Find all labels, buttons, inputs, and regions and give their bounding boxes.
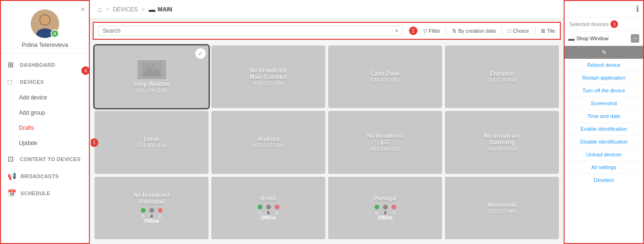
device-id-linux: 634-800-694 — [137, 143, 166, 148]
status-online-count: 0 — [142, 214, 144, 218]
main-content: ⌂ > DEVICES > ▬ MAIN ▾ 2 ▽ Filter — [90, 0, 564, 244]
filter-button[interactable]: ▽ Filter — [423, 28, 440, 34]
label-4: 4 — [81, 66, 90, 75]
toolbar: ▾ 2 ▽ Filter ⇅ By creation date □ Choice — [93, 22, 561, 40]
sidebar-collapse-button[interactable]: « — [81, 5, 85, 13]
sort-icon: ⇅ — [452, 28, 456, 34]
action-unload[interactable]: Unload devices — [565, 148, 643, 161]
action-all-settings[interactable]: All settings — [565, 161, 643, 174]
device-name-android: Android — [258, 136, 279, 143]
portugal-error-dot — [392, 205, 396, 209]
portugal-online-count: 0 — [375, 210, 378, 215]
home-icon[interactable]: ⌂ — [97, 5, 102, 14]
breadcrumb-devices[interactable]: DEVICES — [113, 6, 138, 13]
device-card-linux[interactable]: Linux 634-800-694 — [95, 111, 209, 173]
action-enable-id[interactable]: Enable identification — [565, 123, 643, 136]
action-screenshot[interactable]: Screenshot — [565, 97, 643, 110]
status-error-dot — [158, 208, 163, 213]
svg-point-6 — [155, 64, 160, 69]
device-card-main-corridor[interactable]: No broadcast Main Corridor 905-715-284 — [211, 45, 325, 108]
portugal-status-row: 0 3 0 — [374, 205, 396, 215]
main-inner: ▾ 2 ▽ Filter ⇅ By creation date □ Choice — [90, 19, 564, 244]
label-2: 2 — [409, 27, 418, 35]
sidebar-item-add-group[interactable]: Add group — [1, 105, 89, 120]
sidebar-item-drafts[interactable]: Drafts — [1, 120, 89, 136]
device-name-main-corridor: No broadcast Main Corridor — [250, 67, 287, 81]
sidebar-item-update[interactable]: Update — [1, 136, 89, 151]
choice-button[interactable]: □ Choice — [508, 28, 529, 34]
device-card-brasil[interactable]: Brasil 0 5 0 — [211, 177, 325, 239]
sidebar-item-add-device[interactable]: Add device — [1, 90, 89, 105]
action-deselect[interactable]: Deselect — [565, 174, 643, 187]
portugal-offline-count: 3 — [384, 210, 386, 215]
device-id-horisontal: 316-137-466 — [487, 208, 516, 214]
device-card-shop-window[interactable]: ✓ Shop Window 521-294-148 — [95, 45, 209, 108]
sidebar-item-devices[interactable]: □ DEVICES — [1, 73, 89, 90]
folder-icon: ▬ — [148, 6, 155, 13]
device-card-lg[interactable]: No broadcast LG 481-684-410 — [328, 111, 442, 173]
device-card-videowall[interactable]: No broadcast Videowall 0 4 0 — [95, 177, 209, 239]
device-name-horisontal: Horisontal — [488, 202, 516, 208]
brasil-online-count: 0 — [259, 210, 261, 215]
brasil-online-dot — [258, 205, 262, 209]
device-grid: ✓ Shop Window 521-294-148 No broadcast M… — [91, 42, 563, 243]
sidebar-item-schedule[interactable]: 📅 SCHEDULE — [1, 185, 89, 202]
action-disable-id[interactable]: Disable identification — [565, 136, 643, 148]
action-time-date[interactable]: Time and date — [565, 110, 643, 123]
search-input[interactable] — [103, 27, 395, 34]
deselect-device-button[interactable]: − — [631, 34, 639, 43]
device-card-cash-zone[interactable]: Cash Zone 533-426-951 — [328, 45, 442, 108]
label-3: 3 — [610, 20, 618, 28]
device-name-samsung: No broadcast Samsung — [484, 133, 520, 146]
breadcrumb-separator2: > — [141, 6, 145, 13]
device-card-entrance[interactable]: Entrance 591-528-948 — [445, 45, 559, 108]
folder-sm-icon: ▬ — [568, 35, 574, 42]
sort-button[interactable]: ⇅ By creation date — [452, 28, 496, 34]
dropdown-arrow-icon[interactable]: ▾ — [395, 27, 398, 34]
avatar: A — [31, 9, 59, 38]
portugal-offline-dot — [383, 205, 388, 209]
sidebar-item-broadcasts[interactable]: 📢 BROADCASTS — [1, 168, 89, 185]
right-panel-title: Selected devices 3 — [565, 18, 643, 31]
device-name-videowall: No broadcast Videowall — [133, 192, 170, 205]
selected-device-name: ▬ Shop Window — [568, 35, 609, 42]
edit-icon: ✎ — [601, 49, 607, 56]
device-name-lg: No broadcast LG — [367, 133, 403, 146]
device-name-cash-zone: Cash Zone — [371, 71, 400, 77]
device-card-portugal[interactable]: Portugal 0 3 0 — [328, 177, 442, 239]
schedule-icon: 📅 — [8, 189, 17, 198]
sidebar-item-content-to-devices[interactable]: ⊡ CONTENT TO DEVICES — [1, 151, 89, 168]
status-offline-label-portugal: Offline — [378, 215, 393, 220]
sidebar-nav: ⊞ DASHBOARD □ DEVICES Add device Add gro… — [1, 54, 89, 243]
right-panel-info: ℹ — [565, 1, 643, 18]
device-id-shop-window: 521-294-148 — [137, 88, 166, 93]
tile-button[interactable]: ⊞ Tile — [541, 28, 555, 34]
action-turn-off[interactable]: Turn off the device — [565, 84, 643, 97]
action-restart[interactable]: Restart application — [565, 72, 643, 84]
sidebar-item-dashboard[interactable]: ⊞ DASHBOARD — [1, 56, 89, 73]
avatar-badge: A — [51, 29, 59, 38]
info-icon[interactable]: ℹ — [636, 4, 639, 14]
username: Polina Teterevieva — [22, 42, 68, 48]
device-id-android: 822-167-890 — [253, 143, 283, 148]
device-card-horisontal[interactable]: Horisontal 316-137-466 — [445, 177, 559, 239]
device-card-android[interactable]: Android 822-167-890 — [211, 111, 325, 173]
divider3 — [535, 26, 535, 36]
device-id-entrance: 591-528-948 — [487, 77, 516, 83]
svg-point-3 — [40, 15, 50, 25]
device-id-samsung: 866-569-590 — [487, 146, 516, 152]
dashboard-icon: ⊞ — [8, 61, 16, 69]
device-card-samsung[interactable]: No broadcast Samsung 866-569-590 — [445, 111, 559, 173]
edit-button[interactable]: ✎ — [565, 46, 643, 59]
status-offline-label-videowall: Offline — [144, 218, 159, 224]
device-check-portugal — [429, 180, 439, 190]
action-reboot[interactable]: Reboot device — [565, 59, 643, 72]
brasil-error-count: 0 — [276, 210, 278, 215]
device-id-lg: 481-684-410 — [370, 146, 400, 152]
divider1 — [446, 26, 446, 36]
action-list: Reboot device Restart application Turn o… — [565, 59, 643, 243]
search-wrap: ▾ — [98, 26, 402, 36]
portugal-online-dot — [374, 205, 379, 209]
broadcasts-icon: 📢 — [8, 172, 17, 181]
toolbar-wrapper: ▾ 2 ▽ Filter ⇅ By creation date □ Choice — [91, 20, 563, 42]
